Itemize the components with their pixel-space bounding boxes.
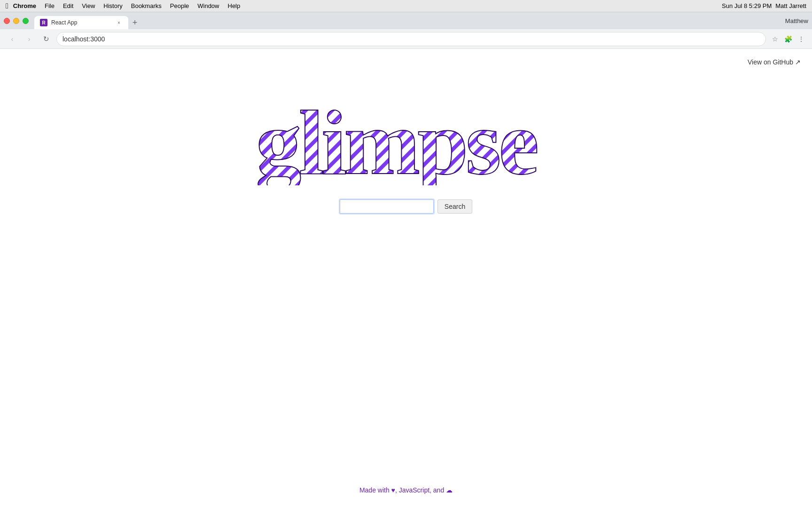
omnibar: ‹ › ↻ localhost:3000 ☆ 🧩 ⋮ bbox=[0, 29, 812, 49]
back-button[interactable]: ‹ bbox=[6, 32, 19, 46]
tab-close-button[interactable]: × bbox=[115, 19, 123, 26]
search-button[interactable]: Search bbox=[437, 199, 472, 214]
omnibar-actions: ☆ 🧩 ⋮ bbox=[770, 34, 806, 44]
extension-icon[interactable]: 🧩 bbox=[783, 34, 793, 44]
tab-title: React App bbox=[51, 19, 111, 26]
menubar-bookmarks[interactable]: Bookmarks bbox=[131, 2, 162, 9]
refresh-button[interactable]: ↻ bbox=[39, 32, 53, 46]
menu-icon[interactable]: ⋮ bbox=[796, 34, 806, 44]
svg-text:glimpse: glimpse bbox=[256, 92, 537, 185]
tab-bar: R React App × + bbox=[34, 12, 141, 29]
footer: Made with ♥, JavaScript, and ☁ bbox=[359, 486, 453, 494]
logo-area: glimpse glimpse bbox=[256, 91, 556, 185]
menubar-time: Sun Jul 8 5:29 PM bbox=[722, 2, 772, 9]
menubar-people[interactable]: People bbox=[170, 2, 189, 9]
url-text: localhost:3000 bbox=[62, 35, 105, 43]
bookmark-icon[interactable]: ☆ bbox=[770, 34, 780, 44]
menubar-user: Matt Jarrett bbox=[775, 2, 806, 9]
chrome-titlebar: R React App × + Matthew bbox=[0, 12, 812, 29]
search-area: Search bbox=[340, 199, 472, 214]
url-bar[interactable]: localhost:3000 bbox=[56, 32, 766, 46]
menubar-file[interactable]: File bbox=[45, 2, 55, 9]
menubar-window[interactable]: Window bbox=[197, 2, 219, 9]
new-tab-button[interactable]: + bbox=[128, 16, 141, 29]
traffic-lights bbox=[4, 18, 29, 24]
minimize-window-button[interactable] bbox=[13, 18, 19, 24]
github-link-text: View on GitHub bbox=[748, 58, 793, 66]
menubar-history[interactable]: History bbox=[103, 2, 122, 9]
menubar-items: Chrome File Edit View History Bookmarks … bbox=[13, 2, 722, 9]
menubar-right: Sun Jul 8 5:29 PM Matt Jarrett bbox=[722, 2, 806, 9]
glimpse-logo: glimpse glimpse bbox=[256, 91, 556, 185]
forward-button[interactable]: › bbox=[23, 32, 36, 46]
footer-text: Made with ♥, JavaScript, and ☁ bbox=[359, 486, 453, 494]
menubar-help[interactable]: Help bbox=[228, 2, 241, 9]
page-content: View on GitHub ↗ glimpse glimpse bbox=[0, 49, 812, 508]
tab-favicon: R bbox=[40, 19, 47, 26]
github-link[interactable]: View on GitHub ↗ bbox=[748, 58, 801, 66]
maximize-window-button[interactable] bbox=[23, 18, 29, 24]
menubar-edit[interactable]: Edit bbox=[63, 2, 73, 9]
active-tab[interactable]: R React App × bbox=[34, 16, 128, 29]
search-input[interactable] bbox=[340, 199, 434, 214]
apple-menu[interactable]:  bbox=[6, 2, 8, 10]
menubar-chrome[interactable]: Chrome bbox=[13, 2, 36, 9]
close-window-button[interactable] bbox=[4, 18, 10, 24]
chrome-user-name: Matthew bbox=[785, 17, 808, 24]
github-link-icon: ↗ bbox=[795, 58, 801, 66]
menubar:  Chrome File Edit View History Bookmark… bbox=[0, 0, 812, 12]
menubar-view[interactable]: View bbox=[82, 2, 95, 9]
